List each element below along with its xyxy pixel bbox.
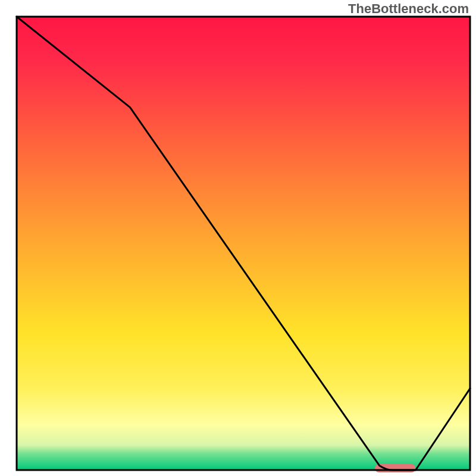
svg-rect-0: [17, 17, 470, 470]
chart-svg: [0, 0, 476, 476]
svg-rect-1: [375, 464, 416, 472]
bottleneck-chart: TheBottleneck.com: [0, 0, 476, 476]
watermark-text: TheBottleneck.com: [348, 1, 469, 17]
